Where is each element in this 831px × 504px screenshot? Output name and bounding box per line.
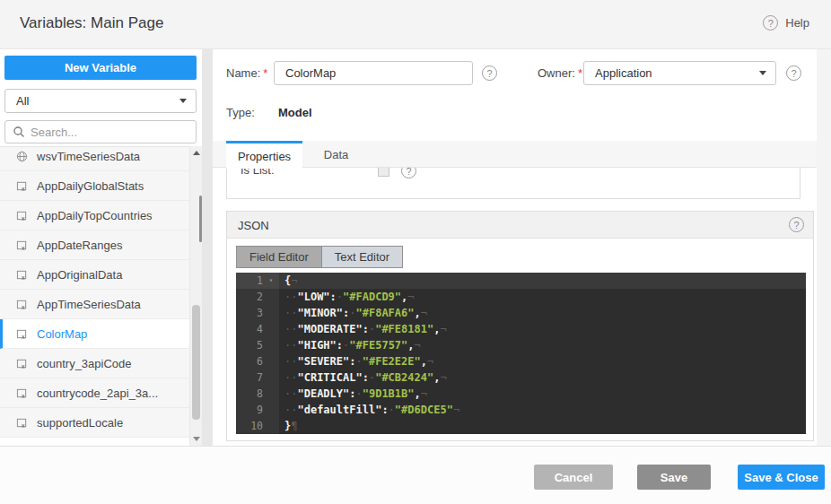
- code-value: "#FE5757": [349, 339, 407, 352]
- code-line[interactable]: 7··"CRITICAL":·"#CB2424",¬: [236, 369, 806, 386]
- code-line[interactable]: 3··"MINOR":·"#F8AFA6",¬: [236, 305, 806, 321]
- code-line[interactable]: 10}¶: [236, 418, 806, 434]
- variable-label: countrycode_2api_3a...: [37, 387, 158, 400]
- scrollbar-mini-thumb[interactable]: [199, 196, 202, 242]
- whitespace-dots: ··: [284, 339, 297, 352]
- svg-text:x: x: [22, 185, 25, 191]
- code-value: "#F8AFA6": [356, 307, 415, 319]
- line-gutter: 5: [236, 337, 279, 353]
- code-line[interactable]: 6··"SEVERE":·"#FE2E2E",¬: [236, 353, 806, 369]
- help-button[interactable]: Help: [763, 15, 809, 30]
- variable-list-item[interactable]: xsupportedLocale: [0, 408, 189, 438]
- variable-label: country_3apiCode: [37, 357, 132, 370]
- variable-list-item[interactable]: xAppOriginalData: [0, 260, 189, 290]
- variable-label: supportedLocale: [37, 416, 123, 430]
- right-margin: [817, 49, 831, 446]
- code-line[interactable]: 8··"DEADLY":·"9D1B1B",¬: [236, 386, 806, 402]
- owner-select[interactable]: Application: [583, 61, 776, 85]
- chevron-down-icon: [759, 71, 766, 75]
- fold-arrow-icon: [263, 305, 279, 321]
- variable-list-item[interactable]: xAppDailyGlobalStats: [0, 171, 189, 201]
- json-code-editor[interactable]: 1▾{¬2··"LOW":·"#FADCD9",¬3··"MINOR":·"#F…: [236, 273, 806, 434]
- owner-selected-value: Application: [595, 66, 652, 80]
- search-input[interactable]: [31, 126, 188, 139]
- name-input[interactable]: [274, 61, 473, 85]
- scroll-up-icon[interactable]: [193, 151, 200, 155]
- code-line[interactable]: 4··"MODERATE":·"#FE8181",¬: [236, 321, 806, 337]
- line-number: 10: [236, 418, 263, 434]
- code-text: }¶: [279, 418, 297, 434]
- whitespace-dots: ·: [337, 291, 343, 303]
- field-editor-button[interactable]: Field Editor: [237, 247, 321, 267]
- json-help-icon[interactable]: [789, 217, 804, 232]
- save-and-close-button[interactable]: Save & Close: [738, 465, 825, 490]
- code-line[interactable]: 5··"HIGH":·"#FE5757",¬: [236, 337, 806, 353]
- variable-icon: x: [16, 328, 28, 340]
- fold-arrow-icon: [263, 321, 279, 337]
- save-button[interactable]: Save: [637, 465, 711, 490]
- cancel-button[interactable]: Cancel: [534, 465, 613, 490]
- dialog-footer: Cancel Save Save & Close: [0, 446, 831, 504]
- variable-icon: x: [16, 180, 28, 192]
- eol-mark: ¬: [453, 404, 459, 416]
- sidebar: New Variable All wsvTimeSeriesDataxAppDa…: [0, 49, 202, 446]
- code-key: "DEADLY": [297, 387, 349, 400]
- json-section-header: JSON: [227, 212, 813, 239]
- line-number: 7: [236, 369, 263, 386]
- variable-list-item[interactable]: xcountrycode_2api_3a...: [0, 378, 189, 408]
- list-scrollbar[interactable]: [189, 146, 202, 446]
- search-box[interactable]: [4, 120, 197, 143]
- tab-properties[interactable]: Properties: [226, 141, 302, 169]
- line-number: 5: [236, 337, 263, 353]
- variable-list-item[interactable]: xColorMap: [0, 319, 189, 349]
- fold-arrow-icon: [263, 402, 279, 418]
- variable-list-item[interactable]: xAppDateRanges: [0, 230, 189, 260]
- variable-list-item[interactable]: xAppTimeSeriesData: [0, 290, 189, 319]
- variable-filter-select[interactable]: All: [4, 89, 197, 113]
- svg-text:x: x: [22, 274, 25, 280]
- owner-help-icon[interactable]: [786, 65, 801, 81]
- code-value: "#FE8181": [375, 323, 433, 335]
- code-text: ··"CRITICAL":·"#CB2424",¬: [279, 369, 447, 386]
- new-variable-button[interactable]: New Variable: [4, 56, 197, 80]
- eol-mark: ¬: [440, 371, 446, 384]
- line-gutter: 4: [236, 321, 279, 337]
- svg-text:x: x: [22, 244, 25, 250]
- line-gutter: 7: [236, 369, 279, 386]
- variable-list-item[interactable]: wsvTimeSeriesData: [0, 146, 189, 171]
- whitespace-dots: ·: [355, 387, 362, 400]
- code-punct: ,: [421, 355, 427, 368]
- chevron-down-icon: [179, 99, 187, 103]
- eol-mark: ¬: [407, 291, 414, 303]
- code-key: "LOW": [297, 291, 329, 303]
- code-punct: ,: [407, 339, 414, 352]
- code-punct: :: [363, 371, 369, 384]
- code-punct: :: [337, 339, 343, 352]
- line-number: 1: [236, 273, 263, 289]
- required-asterisk: *: [263, 66, 267, 80]
- code-line[interactable]: 2··"LOW":·"#FADCD9",¬: [236, 289, 806, 305]
- line-gutter: 9: [236, 402, 279, 418]
- line-number: 8: [236, 386, 263, 402]
- fold-arrow-icon: [263, 386, 279, 402]
- variable-list-item[interactable]: xcountry_3apiCode: [0, 349, 189, 378]
- variable-icon: x: [16, 387, 28, 399]
- variable-label: AppDailyGlobalStats: [37, 179, 144, 193]
- eol-mark: ¬: [421, 307, 427, 319]
- code-line[interactable]: 1▾{¬: [236, 273, 806, 289]
- variable-detail-panel: Name:* Owner:* Application Type: Model I…: [213, 49, 817, 446]
- scrollbar-thumb[interactable]: [192, 305, 200, 420]
- variable-list: wsvTimeSeriesDataxAppDailyGlobalStatsxAp…: [0, 146, 189, 446]
- text-editor-button[interactable]: Text Editor: [321, 247, 402, 267]
- tab-data[interactable]: Data: [302, 141, 370, 168]
- scroll-down-icon[interactable]: [193, 437, 200, 441]
- code-line[interactable]: 9··"defaultFill":·"#D6DCE5"¬: [236, 402, 806, 418]
- name-help-icon[interactable]: [482, 65, 497, 81]
- code-key: "HIGH": [297, 339, 336, 352]
- code-text: ··"HIGH":·"#FE5757",¬: [279, 337, 421, 353]
- code-value: "#FADCD9": [343, 291, 401, 303]
- whitespace-dots: ··: [284, 323, 297, 335]
- panel-divider: [202, 49, 213, 446]
- variable-list-item[interactable]: xAppDailyTopCountries: [0, 201, 189, 230]
- code-punct: ,: [415, 387, 421, 400]
